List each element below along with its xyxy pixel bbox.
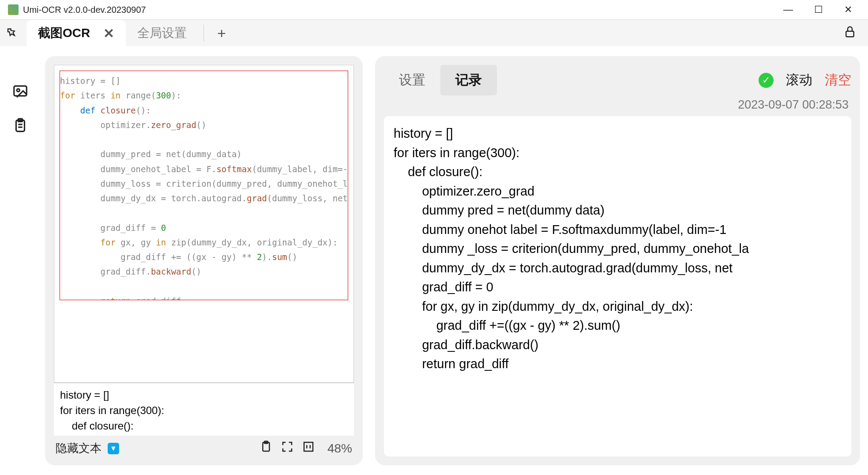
- lock-icon[interactable]: [843, 25, 857, 41]
- captured-code-image: history = []for iters in range(300): def…: [60, 71, 348, 300]
- minimize-button[interactable]: —: [783, 4, 793, 15]
- scroll-label[interactable]: 滚动: [786, 71, 812, 89]
- tab-screenshot-ocr[interactable]: 截图OCR ✕: [26, 20, 126, 46]
- left-panel: history = []for iters in range(300): def…: [45, 56, 363, 465]
- tab-settings[interactable]: 设置: [384, 65, 440, 95]
- record-text[interactable]: history = [] for iters in range(300): de…: [384, 116, 851, 456]
- fullscreen-icon[interactable]: [281, 440, 294, 456]
- image-preview[interactable]: history = []for iters in range(300): def…: [54, 65, 354, 383]
- timestamp: 2023-09-07 00:28:53: [384, 95, 851, 116]
- right-panel: 设置 记录 ✓ 滚动 清空 2023-09-07 00:28:53 histor…: [375, 56, 860, 465]
- copy-icon[interactable]: [259, 440, 273, 456]
- svg-point-2: [17, 89, 19, 91]
- titlebar: Umi-OCR v2.0.0-dev.20230907 — ☐ ✕: [0, 0, 868, 20]
- hide-text-label[interactable]: 隐藏文本: [56, 441, 101, 456]
- fit-icon[interactable]: [302, 440, 315, 456]
- tab-label: 全局设置: [137, 25, 187, 41]
- left-footer: 隐藏文本 ▼ 48%: [54, 436, 354, 456]
- svg-rect-0: [846, 31, 854, 37]
- tab-divider: [203, 25, 204, 41]
- svg-rect-7: [304, 442, 313, 451]
- preview-text: history = [] for iters in range(300): de…: [54, 383, 354, 436]
- right-header: 设置 记录 ✓ 滚动 清空: [384, 65, 851, 95]
- app-icon: [8, 4, 19, 15]
- tab-global-settings[interactable]: 全局设置: [126, 20, 198, 46]
- pin-icon[interactable]: [3, 23, 22, 42]
- zoom-percent: 48%: [327, 441, 352, 456]
- tab-add-button[interactable]: +: [217, 25, 226, 42]
- window-controls: — ☐ ✕: [783, 4, 860, 15]
- tab-close-icon[interactable]: ✕: [103, 26, 114, 41]
- check-icon: ✓: [759, 73, 774, 88]
- window-title: Umi-OCR v2.0.0-dev.20230907: [23, 5, 783, 15]
- toggle-down-icon[interactable]: ▼: [108, 443, 119, 454]
- screenshot-tool-icon[interactable]: [12, 83, 29, 102]
- clear-button[interactable]: 清空: [825, 71, 851, 89]
- tab-record[interactable]: 记录: [440, 65, 497, 95]
- left-tool-rail: [8, 56, 33, 465]
- tabbar: 截图OCR ✕ 全局设置 +: [0, 20, 868, 46]
- close-button[interactable]: ✕: [844, 4, 852, 15]
- tab-label: 截图OCR: [38, 25, 90, 41]
- main-area: history = []for iters in range(300): def…: [0, 46, 868, 475]
- clipboard-tool-icon[interactable]: [12, 117, 29, 136]
- maximize-button[interactable]: ☐: [814, 4, 823, 15]
